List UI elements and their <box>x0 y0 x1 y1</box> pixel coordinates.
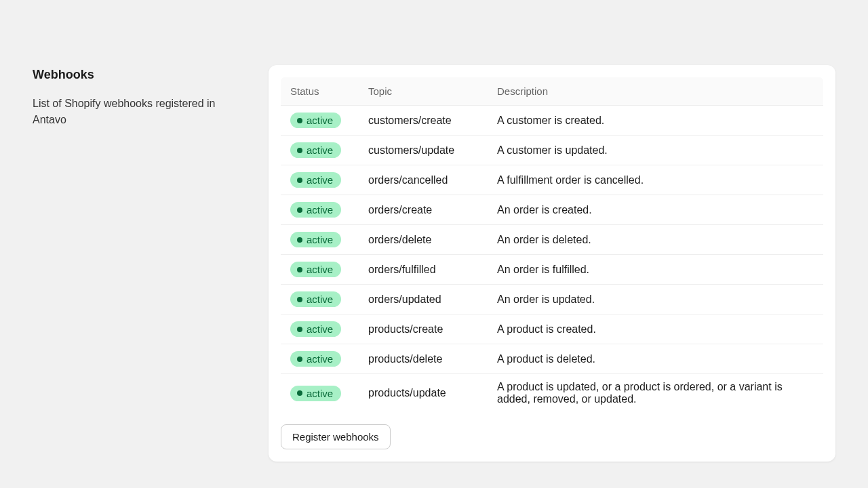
status-badge: active <box>290 232 341 247</box>
webhooks-card: Status Topic Description activecustomers… <box>269 65 835 462</box>
status-badge-label: active <box>307 174 333 186</box>
status-dot-icon <box>297 390 302 396</box>
status-badge: active <box>290 386 341 401</box>
status-badge: active <box>290 321 341 337</box>
status-badge: active <box>290 262 341 277</box>
status-badge: active <box>290 172 341 188</box>
status-badge: active <box>290 142 341 158</box>
cell-topic: customers/update <box>359 136 488 165</box>
cell-description: A product is created. <box>488 314 823 344</box>
page-description: List of Shopify webhooks registered in A… <box>33 96 236 128</box>
status-badge-label: active <box>307 234 333 245</box>
status-badge-label: active <box>307 353 333 365</box>
status-badge: active <box>290 351 341 367</box>
status-badge-label: active <box>307 264 333 275</box>
cell-description: A customer is updated. <box>488 136 823 165</box>
actions-bar: Register webhooks <box>281 424 823 449</box>
table-row: activeorders/cancelledA fulfillment orde… <box>281 165 823 195</box>
status-badge: active <box>290 291 341 307</box>
cell-status: active <box>281 225 359 255</box>
cell-status: active <box>281 374 359 413</box>
col-header-topic: Topic <box>359 77 488 106</box>
register-webhooks-button[interactable]: Register webhooks <box>281 424 391 449</box>
status-dot-icon <box>297 207 302 213</box>
status-dot-icon <box>297 297 302 302</box>
cell-topic: orders/cancelled <box>359 165 488 195</box>
cell-status: active <box>281 314 359 344</box>
cell-status: active <box>281 165 359 195</box>
status-dot-icon <box>297 357 302 362</box>
page-title: Webhooks <box>33 68 236 82</box>
status-badge-label: active <box>307 144 333 156</box>
table-row: activeproducts/updateA product is update… <box>281 374 823 413</box>
status-dot-icon <box>297 267 302 272</box>
cell-topic: orders/create <box>359 195 488 225</box>
table-row: activeorders/fulfilledAn order is fulfil… <box>281 255 823 285</box>
cell-topic: customers/create <box>359 106 488 136</box>
cell-description: An order is fulfilled. <box>488 255 823 285</box>
status-dot-icon <box>297 237 302 243</box>
cell-description: A fulfillment order is cancelled. <box>488 165 823 195</box>
cell-status: active <box>281 344 359 374</box>
status-badge: active <box>290 113 341 128</box>
cell-status: active <box>281 136 359 165</box>
table-row: activecustomers/createA customer is crea… <box>281 106 823 136</box>
cell-status: active <box>281 285 359 314</box>
table-row: activecustomers/updateA customer is upda… <box>281 136 823 165</box>
webhooks-table: Status Topic Description activecustomers… <box>281 77 823 412</box>
status-dot-icon <box>297 327 302 332</box>
cell-status: active <box>281 255 359 285</box>
table-row: activeproducts/createA product is create… <box>281 314 823 344</box>
table-row: activeorders/deleteAn order is deleted. <box>281 225 823 255</box>
sidebar: Webhooks List of Shopify webhooks regist… <box>33 33 236 128</box>
status-badge-label: active <box>307 204 333 216</box>
cell-description: An order is updated. <box>488 285 823 314</box>
cell-status: active <box>281 195 359 225</box>
status-badge-label: active <box>307 293 333 305</box>
cell-status: active <box>281 106 359 136</box>
status-badge-label: active <box>307 115 333 126</box>
cell-topic: orders/delete <box>359 225 488 255</box>
status-badge-label: active <box>307 388 333 399</box>
cell-topic: orders/updated <box>359 285 488 314</box>
status-dot-icon <box>297 178 302 183</box>
cell-topic: products/delete <box>359 344 488 374</box>
cell-description: An order is created. <box>488 195 823 225</box>
status-dot-icon <box>297 118 302 123</box>
cell-topic: orders/fulfilled <box>359 255 488 285</box>
cell-description: A product is deleted. <box>488 344 823 374</box>
table-row: activeorders/createAn order is created. <box>281 195 823 225</box>
status-dot-icon <box>297 148 302 153</box>
cell-description: A customer is created. <box>488 106 823 136</box>
col-header-status: Status <box>281 77 359 106</box>
cell-topic: products/update <box>359 374 488 413</box>
table-row: activeproducts/deleteA product is delete… <box>281 344 823 374</box>
cell-description: An order is deleted. <box>488 225 823 255</box>
status-badge-label: active <box>307 323 333 335</box>
cell-description: A product is updated, or a product is or… <box>488 374 823 413</box>
cell-topic: products/create <box>359 314 488 344</box>
status-badge: active <box>290 202 341 218</box>
table-row: activeorders/updatedAn order is updated. <box>281 285 823 314</box>
col-header-description: Description <box>488 77 823 106</box>
